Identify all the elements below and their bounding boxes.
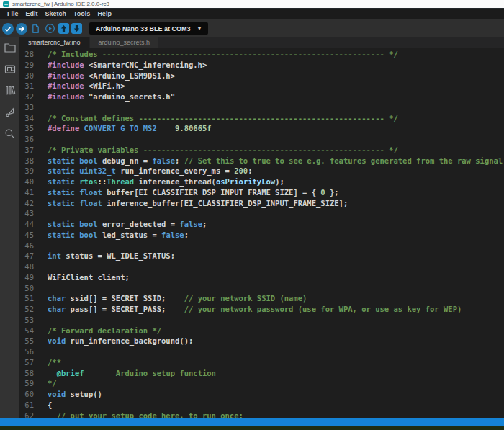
sidebar-item-search[interactable] [4, 127, 16, 140]
menu-sketch[interactable]: Sketch [42, 10, 71, 17]
code-line[interactable] [48, 102, 504, 113]
code-token-keyword: false [161, 230, 184, 239]
code-line[interactable] [48, 134, 504, 145]
code-line[interactable]: static rtos::Thread inference_thread(osP… [48, 176, 504, 187]
code-line[interactable] [48, 261, 504, 272]
arrow-up-icon [59, 24, 68, 33]
code-line[interactable]: /* Private variables -------------------… [48, 145, 504, 156]
line-number: 41 [19, 187, 34, 198]
code-token-keyword: void [48, 336, 66, 345]
arrow-down-button[interactable] [71, 23, 82, 34]
code-line[interactable]: #include "arduino_secrets.h" [48, 91, 504, 102]
line-number: 29 [19, 60, 34, 71]
sidebar-item-library-manager[interactable] [4, 84, 16, 97]
code-token-plain [48, 411, 57, 418]
sidebar-item-boards-manager[interactable] [4, 63, 16, 75]
code-token-keyword: void [48, 390, 66, 398]
line-number: 37 [19, 145, 34, 156]
sidebar-item-debugger[interactable] [4, 106, 16, 118]
code-token-plain: inference_buffer[EI_CLASSIFIER_DSP_INPUT… [102, 199, 348, 207]
code-token-comment: // put your setup code here, to run once… [57, 411, 243, 418]
code-token-comment: /* Constant defines --------------------… [48, 114, 398, 122]
code-line[interactable]: char ssid[] = SECRET_SSID; // your netwo… [48, 293, 504, 304]
upload-button[interactable] [16, 23, 27, 35]
tab-bar: smartercnc_fw.ino arduino_secrets.h [19, 37, 504, 48]
line-number: 40 [19, 176, 34, 187]
code-token-comment: /* Private variables -------------------… [48, 145, 398, 154]
tab-arduino-secrets-h[interactable]: arduino_secrets.h [90, 37, 160, 48]
arrow-down-icon [72, 24, 81, 33]
line-number: 39 [19, 166, 34, 176]
code-token-keyword: static [48, 199, 75, 207]
code-line[interactable] [48, 315, 504, 326]
code-token-keyword: false [179, 220, 202, 228]
menu-tools[interactable]: Tools [70, 10, 94, 17]
code-line[interactable]: int status = WL_IDLE_STATUS; [48, 251, 504, 261]
arduino-ide-window: ∞ smartercnc_fw | Arduino IDE 2.0.0-rc3 … [0, 0, 504, 430]
code-line[interactable]: WiFiClient client; [48, 272, 504, 283]
code-line[interactable]: static bool error_detected = false; [48, 219, 504, 230]
code-line[interactable]: #include <SmarterCNC_inferencing.h> [48, 60, 504, 71]
code-token-plain: debug_nn = [98, 156, 153, 165]
code-line[interactable]: /* Includes ----------------------------… [48, 49, 504, 60]
code-line[interactable]: static float inference_buffer[EI_CLASSIF… [48, 198, 504, 209]
code-line[interactable] [48, 283, 504, 294]
code-line[interactable]: void run_inference_background(); [48, 336, 504, 346]
line-number: 44 [19, 219, 34, 230]
code-line[interactable]: { [48, 400, 504, 411]
code-line[interactable]: #include <Arduino_LSM9DS1.h> [48, 71, 504, 81]
code-line[interactable]: #include <WiFi.h> [48, 81, 504, 91]
menu-edit[interactable]: Edit [22, 10, 42, 17]
code-editor[interactable]: 2829303132333435363738394041424344454647… [19, 48, 504, 418]
new-sketch-button[interactable] [30, 22, 42, 35]
code-token-plain: <WiFi.h> [84, 81, 125, 90]
line-number: 60 [19, 389, 34, 400]
code-line[interactable] [48, 208, 504, 219]
code-line[interactable]: static bool debug_nn = false; // Set thi… [48, 156, 504, 166]
search-icon [4, 128, 15, 139]
line-number: 51 [19, 293, 34, 304]
editor-pane: smartercnc_fw.ino arduino_secrets.h 2829… [19, 37, 504, 418]
line-number: 61 [19, 400, 34, 411]
code-line[interactable] [48, 346, 504, 357]
verify-button[interactable] [2, 23, 14, 35]
code-line[interactable]: #define CONVERT_G_TO_MS2 9.80665f [48, 123, 504, 134]
code-line[interactable]: char pass[] = SECRET_PASS; // your netwo… [48, 304, 504, 315]
code-line[interactable]: void setup() [48, 389, 504, 400]
indent-guide [48, 369, 48, 378]
sidebar-item-sketchbook[interactable] [4, 41, 16, 53]
code-line[interactable]: @brief Arduino setup function [48, 368, 504, 379]
menu-help[interactable]: Help [94, 10, 115, 17]
debug-button[interactable] [44, 22, 56, 35]
tab-smartercnc-fw-ino[interactable]: smartercnc_fw.ino [19, 37, 90, 48]
arduino-logo-icon: ∞ [3, 1, 9, 7]
code-token-plain: error_detected = [98, 220, 180, 228]
code-token-plain: :: [98, 177, 107, 186]
code-token-plain [48, 369, 57, 377]
menu-file[interactable]: File [4, 10, 22, 17]
code-token-number: 200 [234, 166, 248, 175]
code-token-keyword: float [79, 188, 102, 197]
code-line[interactable] [48, 241, 504, 251]
code-token-plain: ; [175, 156, 184, 165]
code-line[interactable]: /** [48, 357, 504, 368]
code-line[interactable]: static uint32_t run_inference_every_ms =… [48, 166, 504, 176]
board-selector[interactable]: Arduino Nano 33 BLE at COM3 ▼ [89, 22, 208, 35]
code-line[interactable]: /* Constant defines --------------------… [48, 113, 504, 124]
code-line[interactable]: static bool led_status = false; [48, 230, 504, 241]
board-selector-label: Arduino Nano 33 BLE at COM3 [96, 25, 191, 32]
code-line[interactable]: /* Forward declaration */ [48, 326, 504, 336]
arrow-up-button[interactable] [58, 23, 69, 34]
code-token-keyword: false [152, 156, 175, 165]
library-icon [4, 85, 16, 96]
code-line[interactable]: */ [48, 378, 504, 389]
code-token-preprocessor: #include [48, 71, 84, 80]
code-token-plain: <SmarterCNC_inferencing.h> [84, 61, 207, 69]
code-token-keyword: CONVERT_G_TO_MS2 [79, 124, 156, 133]
code-token-type: rtos [79, 177, 97, 186]
code-token-number: 9.80665f [157, 124, 212, 133]
code-token-keyword: static [48, 156, 75, 165]
line-number: 30 [19, 71, 34, 81]
code-line[interactable]: // put your setup code here, to run once… [48, 411, 504, 418]
code-line[interactable]: static float buffer[EI_CLASSIFIER_DSP_IN… [48, 187, 504, 198]
